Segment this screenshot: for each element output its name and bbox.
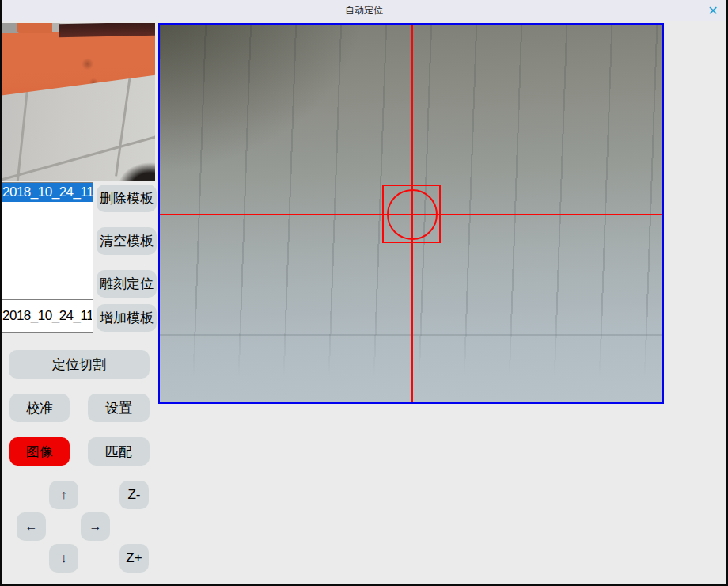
delete-template-button[interactable]: 删除模板	[97, 185, 157, 212]
template-name-input[interactable]	[1, 299, 93, 333]
thumbnail-dark-blob	[109, 148, 155, 181]
auto-position-dialog: 自动定位 ✕ 2018_10_24_11 删除模板 清空模板 雕刻定位 增加模板…	[0, 0, 728, 586]
camera-view[interactable]	[158, 23, 664, 404]
jog-up-button[interactable]: ↑	[49, 481, 78, 509]
window-border	[0, 0, 2, 586]
template-list[interactable]: 2018_10_24_11	[1, 182, 93, 299]
clear-templates-button[interactable]: 清空模板	[97, 227, 157, 255]
template-thumbnail	[2, 23, 155, 181]
jog-right-button[interactable]: →	[81, 512, 110, 541]
engrave-position-button[interactable]: 雕刻定位	[97, 270, 157, 298]
match-button[interactable]: 匹配	[88, 437, 150, 466]
titlebar: 自动定位	[2, 0, 726, 21]
position-cut-button[interactable]: 定位切割	[9, 350, 150, 379]
jog-z-plus-button[interactable]: Z+	[119, 544, 149, 573]
jog-down-button[interactable]: ↓	[49, 544, 78, 573]
image-button-active[interactable]: 图像	[9, 437, 70, 466]
close-icon[interactable]: ✕	[703, 2, 723, 19]
jog-left-button[interactable]: ←	[17, 512, 46, 541]
add-template-button[interactable]: 增加模板	[97, 304, 157, 332]
thumbnail-gray-block	[2, 23, 19, 33]
template-list-item-selected[interactable]: 2018_10_24_11	[2, 183, 93, 202]
thumbnail-dark-bar	[59, 23, 155, 37]
window-title: 自动定位	[345, 4, 383, 17]
jog-z-minus-button[interactable]: Z-	[119, 481, 149, 509]
calibrate-button[interactable]: 校准	[9, 394, 70, 422]
thumbnail-orange-block	[17, 23, 54, 33]
settings-button[interactable]: 设置	[88, 394, 150, 422]
template-match-circle	[387, 189, 438, 240]
